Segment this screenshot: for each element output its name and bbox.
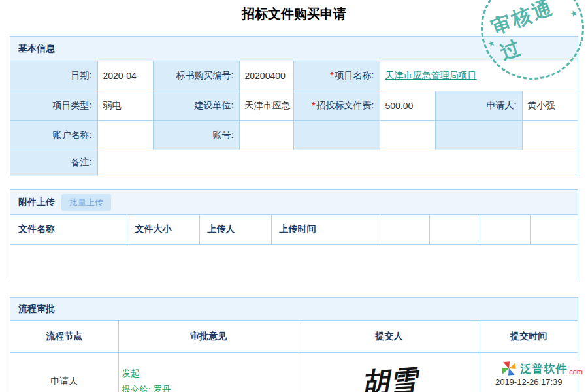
flow-node-cell: 申请人 xyxy=(10,352,118,392)
basic-info-row-remark: 备注: xyxy=(10,150,578,176)
empty-header-cell xyxy=(480,215,530,244)
approval-opinion-header: 审批意见 xyxy=(118,321,299,352)
approval-section-header: 流程审批 xyxy=(10,298,578,321)
account-number-value xyxy=(239,120,293,150)
remark-value xyxy=(97,150,578,176)
account-name-value xyxy=(97,120,153,150)
uploader-header: 上传人 xyxy=(199,215,271,244)
approval-section: 流程审批 流程节点 审批意见 提交人 提交时间 申请人 发起 提交给: 罗丹 胡… xyxy=(10,297,578,392)
submitter-signature: 胡雪 xyxy=(361,361,418,392)
project-type-label: 项目类型: xyxy=(10,91,97,120)
attachments-header-row: 文件名称 文件大小 上传人 上传时间 xyxy=(10,215,578,244)
empty-label-cell xyxy=(435,120,522,150)
fanpu-logo-text: 泛普软件 xyxy=(520,361,567,376)
project-name-label-text: 项目名称: xyxy=(335,70,374,80)
submitter-header: 提交人 xyxy=(299,321,480,352)
empty-header-cell xyxy=(429,215,480,244)
fanpu-logo-domain: .com xyxy=(567,368,583,376)
approval-row: 申请人 发起 提交给: 罗丹 胡雪 2019-12-26 17:39 xyxy=(10,352,578,392)
approval-opinion-cell: 发起 提交给: 罗丹 xyxy=(118,352,299,392)
required-asterisk: * xyxy=(330,70,333,80)
bid-number-label: 标书购买编号: xyxy=(153,61,239,91)
attachments-section-title: 附件上传 xyxy=(18,197,55,208)
basic-info-row-3: 账户名称: 账号: xyxy=(10,120,578,150)
fanpu-logo-icon xyxy=(500,360,517,377)
star-icon: ★ xyxy=(568,7,579,19)
empty-value-cell xyxy=(380,120,435,150)
project-name-label: *项目名称: xyxy=(293,61,380,91)
submit-time-header: 提交时间 xyxy=(480,321,578,352)
star-icon: ★ xyxy=(486,37,497,49)
bid-number-value: 20200400 xyxy=(239,61,293,91)
file-size-header: 文件大小 xyxy=(127,215,199,244)
account-name-label: 账户名称: xyxy=(10,120,97,150)
basic-info-row-2: 项目类型: 弱电 建设单位: 天津市应急 *招投标文件费: 500.00 申请人… xyxy=(10,91,578,120)
project-name-link[interactable]: 天津市应急管理局项目 xyxy=(385,70,477,80)
fanpu-logo: 泛普软件 .com xyxy=(499,359,584,378)
submitter-cell: 胡雪 xyxy=(299,352,480,392)
approval-header-row: 流程节点 审批意见 提交人 提交时间 xyxy=(10,321,578,352)
applicant-value: 黄小强 xyxy=(522,91,578,120)
approval-section-title: 流程审批 xyxy=(18,303,55,315)
attachments-section: 附件上传 批量上传 文件名称 文件大小 上传人 上传时间 xyxy=(10,189,578,281)
bid-doc-fee-label-text: 招投标文件费: xyxy=(317,100,374,110)
attachments-section-header: 附件上传 批量上传 xyxy=(10,190,578,215)
opinion-submit-to-text: 提交给: 罗丹 xyxy=(122,382,299,392)
approval-table: 流程节点 审批意见 提交人 提交时间 申请人 发起 提交给: 罗丹 胡雪 201… xyxy=(10,321,578,392)
basic-info-row-1: 日期: 2020-04- 标书购买编号: 20200400 *项目名称: 天津市… xyxy=(10,61,578,91)
batch-upload-button[interactable]: 批量上传 xyxy=(61,194,111,211)
file-name-header: 文件名称 xyxy=(10,215,127,244)
bid-doc-fee-label: *招投标文件费: xyxy=(293,91,380,120)
required-asterisk: * xyxy=(312,100,315,110)
basic-info-table: 日期: 2020-04- 标书购买编号: 20200400 *项目名称: 天津市… xyxy=(10,61,578,176)
date-label: 日期: xyxy=(10,61,97,91)
remark-label: 备注: xyxy=(10,150,97,176)
attachments-table: 文件名称 文件大小 上传人 上传时间 xyxy=(10,215,578,245)
applicant-label: 申请人: xyxy=(435,91,522,120)
upload-time-header: 上传时间 xyxy=(271,215,380,244)
construction-unit-label: 建设单位: xyxy=(153,91,239,120)
account-number-label: 账号: xyxy=(153,120,239,150)
bid-doc-fee-value: 500.00 xyxy=(380,91,435,120)
stamp-text: 审核通过 xyxy=(487,0,578,66)
basic-info-section-title: 基本信息 xyxy=(18,43,55,55)
empty-header-cell xyxy=(530,215,578,244)
opinion-initiate-text: 发起 xyxy=(122,365,299,382)
empty-header-cell xyxy=(380,215,429,244)
empty-value-cell xyxy=(522,120,578,150)
construction-unit-value: 天津市应急 xyxy=(239,91,293,120)
attachments-empty-area xyxy=(10,245,578,282)
project-type-value: 弱电 xyxy=(97,91,153,120)
date-value: 2020-04- xyxy=(97,61,153,91)
empty-label-cell xyxy=(293,120,380,150)
flow-node-header: 流程节点 xyxy=(10,321,118,352)
